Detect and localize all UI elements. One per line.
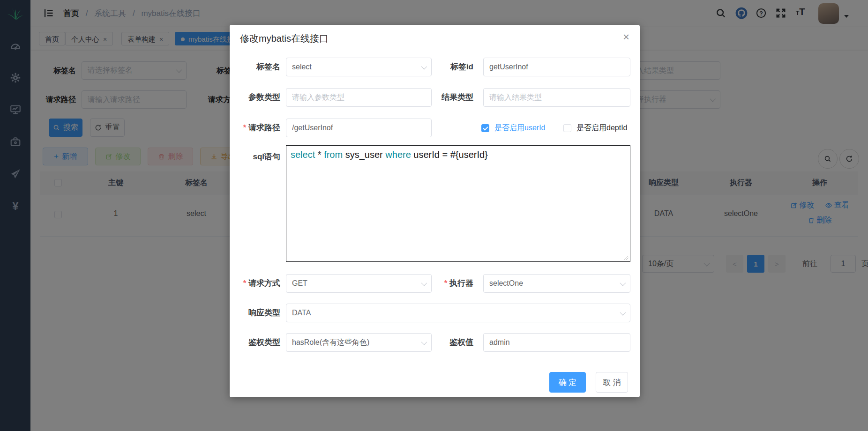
dialog-close-icon[interactable]: ×	[623, 31, 629, 43]
executor-label: 执行器	[417, 274, 473, 293]
enable-deptid-label[interactable]: 是否启用deptId	[576, 119, 627, 137]
enable-userid-checkbox[interactable]	[481, 124, 489, 132]
cancel-button[interactable]: 取 消	[596, 372, 628, 393]
select-value: GET	[292, 279, 307, 288]
app-root: ¥ 首页 / 系统工具 / mybatis在线接口	[0, 0, 868, 431]
sql-editor-line: select * from sys_user where userId = #{…	[286, 146, 630, 163]
sql-editor[interactable]: select * from sys_user where userId = #{…	[286, 145, 630, 262]
param-type-label: 参数类型	[230, 88, 280, 107]
tag-name-select[interactable]: select	[286, 58, 432, 76]
method-select[interactable]: GET	[286, 274, 432, 293]
auth-value-input[interactable]	[483, 333, 630, 352]
sql-label: sql语句	[230, 148, 280, 166]
chevron-down-icon	[620, 309, 626, 315]
resize-grip-icon[interactable]	[624, 255, 629, 260]
path-label: 请求路径	[230, 119, 280, 137]
auth-type-select[interactable]: hasRole(含有这些角色)	[286, 333, 432, 352]
param-type-input[interactable]	[286, 88, 432, 107]
enable-deptid-checkbox[interactable]	[563, 124, 571, 132]
resp-type-select[interactable]: DATA	[286, 304, 630, 322]
method-label: 请求方式	[230, 274, 280, 293]
dialog-title: 修改mybatis在线接口	[240, 32, 329, 45]
confirm-button[interactable]: 确 定	[549, 372, 586, 393]
tag-id-input[interactable]	[483, 58, 630, 76]
auth-value-label: 鉴权值	[417, 333, 473, 352]
tag-id-label: 标签id	[417, 58, 473, 76]
result-type-label: 结果类型	[417, 88, 473, 107]
path-input[interactable]	[286, 119, 432, 137]
result-type-input[interactable]	[483, 88, 630, 107]
chevron-down-icon	[620, 280, 626, 286]
executor-select[interactable]: selectOne	[483, 274, 630, 293]
tag-name-label: 标签名	[230, 58, 280, 76]
enable-userid-label[interactable]: 是否启用userId	[494, 119, 545, 137]
resp-type-label: 响应类型	[230, 304, 280, 322]
edit-mybatis-dialog: 修改mybatis在线接口 × 标签名 select 标签id 参数类型 结果类…	[230, 25, 640, 397]
auth-type-label: 鉴权类型	[230, 333, 280, 352]
select-value: select	[292, 63, 312, 71]
select-value: DATA	[292, 309, 311, 317]
select-value: selectOne	[489, 279, 523, 288]
select-value: hasRole(含有这些角色)	[292, 338, 369, 348]
